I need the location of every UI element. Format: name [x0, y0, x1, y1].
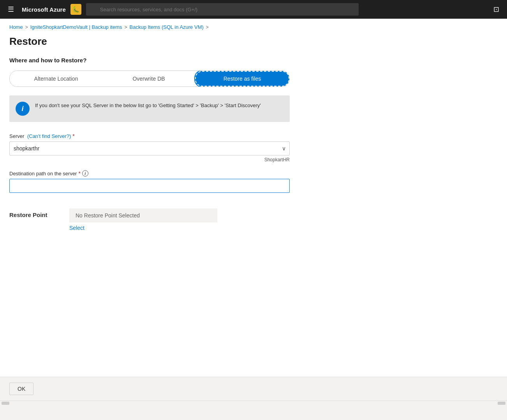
terminal-icon[interactable]: ⊡ [490, 4, 502, 15]
footer-bar: OK [0, 377, 507, 401]
server-hint: ShopkartHR [9, 157, 290, 162]
breadcrumb-sep-1: > [25, 25, 28, 30]
breadcrumb-home[interactable]: Home [9, 24, 23, 30]
destination-label-text: Destination path on the server [9, 171, 77, 176]
form-area: Where and how to Restore? Alternate Loca… [0, 57, 507, 377]
main-content: Home > IgniteShopkartDemoVault | Backup … [0, 19, 507, 405]
scrollbar-area [0, 401, 507, 405]
page-title: Restore [0, 32, 507, 57]
breadcrumb-backup-items[interactable]: Backup Items (SQL in Azure VM) [130, 24, 204, 30]
info-icon: i [16, 102, 30, 116]
cant-find-server-link[interactable]: (Can't find Server?) [26, 133, 71, 139]
restore-point-section: Restore Point No Restore Point Selected … [9, 208, 498, 231]
info-banner: i If you don't see your SQL Server in th… [9, 95, 290, 122]
server-dropdown[interactable]: shopkarthr ShopkartHR [9, 141, 290, 155]
restore-point-right: No Restore Point Selected Select [69, 208, 217, 231]
search-input[interactable] [86, 3, 359, 16]
section-heading: Where and how to Restore? [9, 57, 498, 64]
toggle-overwrite-db[interactable]: Overwrite DB [102, 71, 195, 86]
scrollbar-thumb-left[interactable] [2, 402, 9, 405]
breadcrumb-sep-2: > [125, 25, 127, 30]
destination-info-icon[interactable]: i [82, 170, 88, 176]
ok-button[interactable]: OK [9, 383, 33, 395]
restore-point-label: Restore Point [9, 208, 60, 218]
destination-field-label: Destination path on the server * i [9, 170, 498, 176]
app-title: Microsoft Azure [22, 6, 66, 13]
toggle-restore-as-files[interactable]: Restore as files [195, 71, 289, 86]
scrollbar-thumb-right[interactable] [498, 402, 505, 405]
server-label-text: Server [9, 133, 24, 139]
destination-path-input[interactable] [9, 179, 290, 193]
server-dropdown-wrapper: shopkarthr ShopkartHR ∨ [9, 141, 290, 155]
restore-type-toggle: Alternate Location Overwrite DB Restore … [9, 71, 290, 87]
server-field-label: Server (Can't find Server?) * [9, 133, 498, 139]
server-required-star: * [72, 133, 74, 139]
restore-point-display: No Restore Point Selected [69, 208, 217, 222]
hamburger-icon[interactable]: ☰ [5, 4, 17, 15]
toggle-alternate-location[interactable]: Alternate Location [10, 71, 102, 86]
breadcrumb-vault[interactable]: IgniteShopkartDemoVault | Backup items [30, 24, 122, 30]
topbar: ☰ Microsoft Azure 🐛 🔍 ⊡ [0, 0, 507, 19]
select-restore-point-link[interactable]: Select [69, 225, 217, 231]
breadcrumb: Home > IgniteShopkartDemoVault | Backup … [0, 19, 507, 32]
breadcrumb-sep-3: > [206, 25, 209, 30]
bug-icon[interactable]: 🐛 [70, 4, 81, 15]
search-wrapper: 🔍 [86, 3, 359, 16]
info-text: If you don't see your SQL Server in the … [35, 102, 261, 109]
destination-required-star: * [78, 170, 80, 176]
